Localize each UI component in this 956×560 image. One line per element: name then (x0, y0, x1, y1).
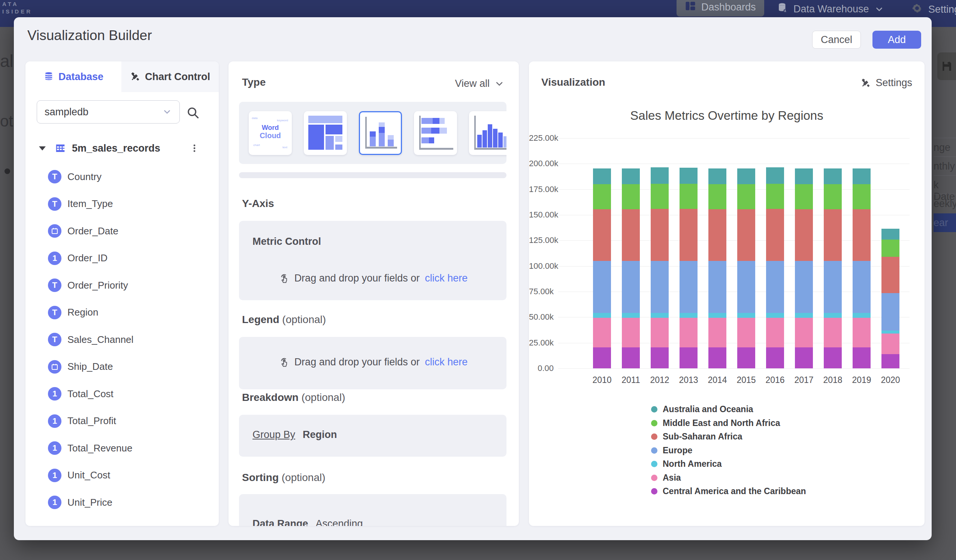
bar-segment-2013-central-america-and-the-caribbean[interactable] (679, 347, 698, 369)
chart-type-stacked-column[interactable] (359, 111, 402, 155)
metric-control-dropzone[interactable]: Metric Control Drag and drop your fields… (239, 221, 506, 300)
sorting-box[interactable]: Data Range Ascending (239, 494, 506, 526)
bar-segment-2015-north-america[interactable] (737, 313, 755, 317)
add-button[interactable]: Add (873, 31, 921, 49)
field-item-total_revenue[interactable]: 1Total_Revenue (25, 439, 219, 457)
bar-segment-2016-central-america-and-the-caribbean[interactable] (766, 347, 784, 369)
legend-item-australia-and-oceania[interactable]: Australia and Oceania (651, 404, 753, 414)
bar-segment-2012-australia-and-oceania[interactable] (651, 167, 669, 184)
bar-segment-2018-australia-and-oceania[interactable] (824, 168, 842, 184)
bar-segment-2020-europe[interactable] (881, 293, 899, 331)
bar-segment-2014-europe[interactable] (708, 261, 726, 313)
view-all-dropdown[interactable]: View all (455, 78, 505, 89)
search-button[interactable] (186, 105, 201, 121)
bar-segment-2013-europe[interactable] (679, 261, 698, 313)
tab-database[interactable]: Database (25, 61, 121, 92)
bar-segment-2010-central-america-and-the-caribbean[interactable] (593, 347, 611, 369)
chart-type-treemap[interactable] (304, 111, 347, 155)
bar-segment-2014-australia-and-oceania[interactable] (708, 168, 726, 184)
bar-segment-2014-middle-east-and-north-africa[interactable] (708, 184, 726, 209)
bar-segment-2018-central-america-and-the-caribbean[interactable] (824, 347, 842, 369)
field-item-sales_channel[interactable]: TSales_Channel (25, 331, 219, 348)
bar-segment-2017-sub-saharan-africa[interactable] (795, 209, 813, 261)
bar-segment-2015-central-america-and-the-caribbean[interactable] (737, 347, 755, 369)
field-item-item_type[interactable]: TItem_Type (25, 195, 219, 213)
bar-segment-2015-asia[interactable] (737, 318, 755, 347)
bar-segment-2016-sub-saharan-africa[interactable] (766, 209, 784, 261)
kebab-menu-icon[interactable] (190, 143, 199, 153)
cancel-button[interactable]: Cancel (812, 31, 861, 49)
bar-segment-2017-middle-east-and-north-africa[interactable] (795, 184, 813, 209)
field-item-order_id[interactable]: 1Order_ID (25, 249, 219, 267)
bar-segment-2014-sub-saharan-africa[interactable] (708, 209, 726, 261)
bar-segment-2019-sub-saharan-africa[interactable] (852, 209, 871, 261)
save-button[interactable] (937, 52, 956, 80)
bar-segment-2019-central-america-and-the-caribbean[interactable] (852, 347, 871, 369)
bar-segment-2013-australia-and-oceania[interactable] (679, 168, 698, 184)
database-select[interactable]: sampledb (37, 100, 180, 124)
nav-item-data-warehouse[interactable]: Data Warehouse (777, 2, 901, 16)
field-item-country[interactable]: TCountry (25, 168, 219, 186)
bar-segment-2019-middle-east-and-north-africa[interactable] (852, 184, 871, 209)
bar-segment-2019-north-america[interactable] (852, 313, 871, 317)
bar-segment-2019-australia-and-oceania[interactable] (852, 168, 871, 184)
bar-segment-2010-north-america[interactable] (593, 313, 611, 317)
bar-segment-2012-europe[interactable] (651, 261, 669, 313)
field-item-order_date[interactable]: Order_Date (25, 222, 219, 240)
bar-segment-2010-sub-saharan-africa[interactable] (593, 209, 611, 261)
bar-segment-2013-sub-saharan-africa[interactable] (679, 209, 698, 261)
bar-segment-2017-central-america-and-the-caribbean[interactable] (795, 347, 813, 369)
legend-dropzone[interactable]: Drag and drop your fields or click here (239, 337, 506, 389)
bar-segment-2018-north-america[interactable] (824, 313, 842, 317)
legend-item-europe[interactable]: Europe (651, 445, 692, 456)
bar-segment-2010-middle-east-and-north-africa[interactable] (593, 184, 611, 209)
bar-segment-2011-middle-east-and-north-africa[interactable] (622, 184, 640, 209)
visualization-settings-button[interactable]: Settings (860, 77, 912, 89)
nav-item-settings[interactable]: Settings (911, 2, 956, 17)
bar-segment-2011-north-america[interactable] (622, 313, 640, 317)
bar-segment-2011-australia-and-oceania[interactable] (622, 168, 640, 184)
table-row-5m-sales-records[interactable]: 5m_sales_records (25, 139, 219, 157)
field-item-unit_price[interactable]: 1Unit_Price (25, 493, 219, 511)
bar-segment-2016-asia[interactable] (766, 318, 784, 347)
bar-segment-2015-sub-saharan-africa[interactable] (737, 209, 755, 261)
field-item-ship_date[interactable]: Ship_Date (25, 358, 219, 376)
field-item-total_cost[interactable]: 1Total_Cost (25, 385, 219, 403)
bar-segment-2018-europe[interactable] (824, 261, 842, 313)
field-item-region[interactable]: TRegion (25, 304, 219, 322)
metric-click-here-link[interactable]: click here (425, 273, 467, 284)
bar-segment-2020-australia-and-oceania[interactable] (881, 229, 899, 240)
field-item-order_priority[interactable]: TOrder_Priority (25, 276, 219, 294)
bar-segment-2016-middle-east-and-north-africa[interactable] (766, 184, 784, 209)
chart-type-column[interactable] (469, 111, 506, 155)
bar-segment-2020-sub-saharan-africa[interactable] (881, 257, 899, 293)
legend-item-middle-east-and-north-africa[interactable]: Middle East and North Africa (651, 418, 780, 428)
bar-segment-2014-north-america[interactable] (708, 313, 726, 317)
bar-segment-2012-north-america[interactable] (651, 313, 669, 317)
legend-item-asia[interactable]: Asia (651, 473, 681, 483)
bar-segment-2014-central-america-and-the-caribbean[interactable] (708, 347, 726, 369)
bar-segment-2014-asia[interactable] (708, 318, 726, 347)
legend-item-north-america[interactable]: North America (651, 459, 722, 469)
nav-item-dashboards[interactable]: Dashboards (676, 0, 764, 16)
chart-type-word-cloud[interactable]: datakeywordWordCloudcharttext (249, 111, 292, 155)
bar-segment-2016-australia-and-oceania[interactable] (766, 167, 784, 184)
bar-segment-2012-asia[interactable] (651, 318, 669, 347)
bar-segment-2017-asia[interactable] (795, 318, 813, 347)
bar-segment-2020-asia[interactable] (881, 334, 899, 354)
field-item-unit_cost[interactable]: 1Unit_Cost (25, 466, 219, 485)
chart-type-stacked-bar[interactable] (414, 111, 457, 155)
bar-segment-2010-asia[interactable] (593, 318, 611, 347)
bar-segment-2012-middle-east-and-north-africa[interactable] (651, 184, 669, 209)
bar-segment-2010-australia-and-oceania[interactable] (593, 168, 611, 184)
bar-segment-2011-central-america-and-the-caribbean[interactable] (622, 347, 640, 369)
bar-segment-2011-asia[interactable] (622, 318, 640, 347)
bar-segment-2015-australia-and-oceania[interactable] (737, 168, 755, 184)
bar-segment-2010-europe[interactable] (593, 261, 611, 313)
breakdown-box[interactable]: Group By Region (239, 415, 506, 457)
legend-item-sub-saharan-africa[interactable]: Sub-Saharan Africa (651, 431, 742, 442)
bar-segment-2020-middle-east-and-north-africa[interactable] (881, 240, 899, 257)
bar-segment-2016-north-america[interactable] (766, 313, 784, 317)
bar-segment-2016-europe[interactable] (766, 261, 784, 313)
bar-segment-2018-sub-saharan-africa[interactable] (824, 209, 842, 261)
